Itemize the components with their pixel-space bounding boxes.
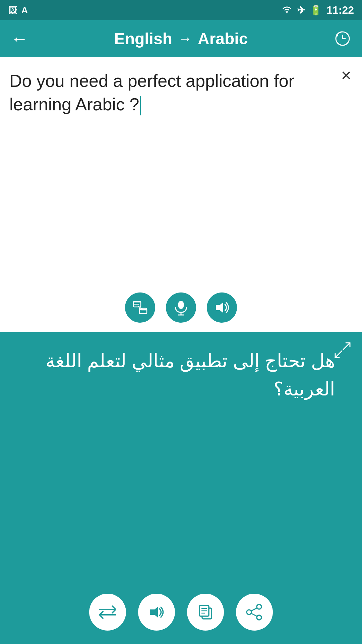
- expand-button[interactable]: [334, 341, 351, 359]
- svg-point-21: [257, 604, 261, 609]
- status-icons-left: 🖼 A: [8, 5, 28, 16]
- svg-marker-15: [150, 607, 158, 618]
- svg-marker-0: [286, 11, 288, 13]
- close-button[interactable]: ×: [341, 65, 351, 85]
- microphone-button[interactable]: [166, 292, 196, 323]
- input-actions-bar: [125, 292, 237, 323]
- svg-line-13: [335, 351, 342, 358]
- target-language: Arabic: [198, 30, 248, 48]
- nav-bar: ← English → Arabic: [0, 20, 362, 57]
- svg-marker-12: [216, 302, 223, 313]
- translation-direction: English → Arabic: [114, 30, 248, 48]
- wifi-icon: [282, 5, 292, 15]
- share-button[interactable]: [236, 594, 273, 631]
- time-display: 11:22: [326, 4, 354, 16]
- translate-button[interactable]: [125, 292, 155, 323]
- bottom-actions-bar: [89, 594, 273, 631]
- svg-rect-9: [178, 301, 184, 309]
- svg-line-14: [343, 343, 350, 350]
- status-bar: 🖼 A ✈ 🔋 11:22: [0, 0, 362, 20]
- direction-arrow: →: [178, 30, 192, 47]
- history-button[interactable]: [334, 30, 351, 47]
- input-text-content: Do you need a perfect application for le…: [9, 71, 294, 114]
- image-icon: 🖼: [8, 5, 17, 16]
- svg-line-24: [251, 608, 257, 611]
- translation-panel: هل تحتاج إلى تطبيق مثالي لتعلم اللغة الع…: [0, 332, 362, 644]
- copy-button[interactable]: [187, 594, 224, 631]
- text-cursor: [140, 96, 141, 115]
- source-language: English: [114, 30, 172, 48]
- airplane-icon: ✈: [297, 4, 305, 16]
- swap-button[interactable]: [89, 594, 126, 631]
- input-text-display[interactable]: Do you need a perfect application for le…: [9, 66, 311, 116]
- translated-text: هل تحتاج إلى تطبيق مثالي لتعلم اللغة الع…: [27, 344, 335, 403]
- battery-icon: 🔋: [310, 5, 322, 16]
- svg-point-22: [247, 610, 251, 614]
- speaker-button-input[interactable]: [207, 292, 237, 323]
- status-icons-right: ✈ 🔋 11:22: [282, 4, 354, 16]
- back-button[interactable]: ←: [11, 29, 28, 49]
- speaker-button-translation[interactable]: [138, 594, 175, 631]
- text-icon: A: [21, 5, 28, 15]
- input-panel: × Do you need a perfect application for …: [0, 57, 362, 332]
- svg-line-25: [251, 613, 257, 616]
- svg-point-23: [257, 615, 261, 620]
